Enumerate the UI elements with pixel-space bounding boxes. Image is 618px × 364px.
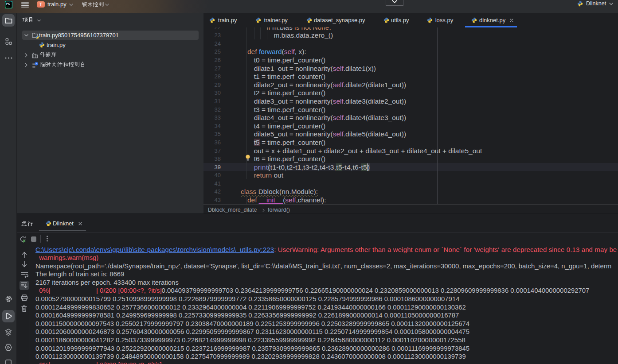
svg-text:PC: PC [6, 2, 10, 5]
